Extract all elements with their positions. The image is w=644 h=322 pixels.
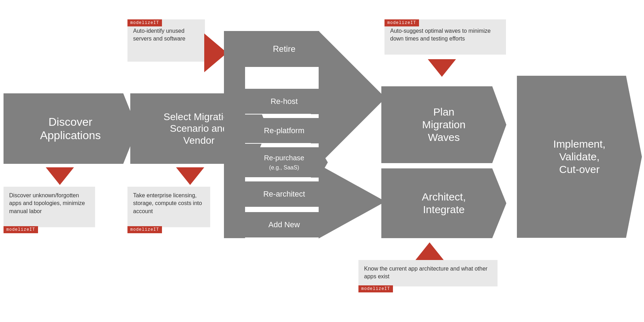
tooltip-architect: Know the current app architecture and wh… — [358, 260, 498, 286]
red-triangle-plan-down — [428, 59, 456, 77]
modelizelt-discover: modelizeIT — [4, 226, 38, 233]
funnel-connector — [224, 31, 245, 238]
separator-1 — [240, 114, 311, 114]
diagram-container: Auto-identify unused servers and softwar… — [0, 0, 644, 322]
modelizelt-architect: modelizeIT — [358, 285, 393, 292]
arrow-rehost: Re-host — [240, 89, 328, 114]
separator-4 — [240, 208, 311, 209]
modelizelt-select: modelizeIT — [127, 226, 162, 233]
arrow-retire: Retire — [240, 31, 328, 67]
modelizelt-top-plan: modelizeIT — [384, 19, 419, 26]
arrow-repurchase: Re-purchase(e.g., SaaS) — [240, 147, 328, 178]
arrow-plan: PlanMigrationWaves — [381, 86, 506, 163]
right-connector-bottom — [319, 165, 386, 239]
right-connector-top — [319, 31, 386, 165]
arrow-replatform: Re-platform — [240, 118, 328, 143]
arrow-architect: Architect,Integrate — [381, 168, 506, 238]
modelizelt-top-left: modelizeIT — [127, 19, 162, 26]
red-triangle-select — [176, 167, 204, 185]
arrow-rearchitect: Re-architect — [240, 181, 328, 207]
arrow-implement: Implement,Validate,Cut-over — [517, 76, 642, 238]
arrow-discover: DiscoverApplications — [4, 93, 137, 164]
tooltip-select: Take enterprise licensing, storage, comp… — [127, 187, 210, 227]
red-triangle-discover — [46, 167, 74, 185]
separator-3 — [240, 177, 311, 178]
arrow-addnew: Add New — [240, 212, 328, 237]
tooltip-discover: Discover unknown/forgotten apps and topo… — [4, 187, 95, 227]
separator-2 — [240, 143, 311, 144]
red-triangle-architect-up — [415, 242, 444, 260]
red-arrow-tooltip-retire — [204, 33, 227, 72]
